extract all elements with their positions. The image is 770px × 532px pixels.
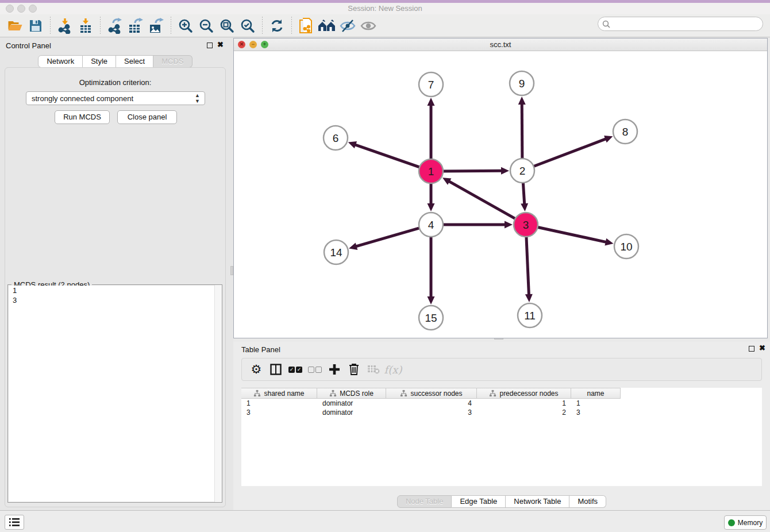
- graph-edge[interactable]: [523, 182, 525, 205]
- apply-layout-icon[interactable]: [267, 16, 287, 36]
- clone-network-icon[interactable]: [296, 16, 317, 36]
- import-network-icon[interactable]: [55, 16, 75, 36]
- select-all-columns-icon[interactable]: ✓✓: [286, 361, 305, 378]
- export-network-icon[interactable]: [105, 16, 125, 36]
- column-header-predecessor-nodes[interactable]: predecessor nodes: [477, 388, 571, 398]
- zoom-in-icon[interactable]: [175, 16, 196, 36]
- tab-network[interactable]: Network: [38, 55, 83, 68]
- close-table-panel-icon[interactable]: ✖: [759, 344, 765, 353]
- graph-edge[interactable]: [448, 181, 516, 219]
- first-neighbors-icon[interactable]: [317, 16, 337, 36]
- zoom-window-button[interactable]: [29, 5, 37, 13]
- minimize-window-button[interactable]: [17, 5, 25, 13]
- node-table-header: shared name MCDS role successor nodes pr…: [241, 388, 621, 399]
- toolbar-separator: [291, 17, 292, 35]
- table-cell[interactable]: 1: [477, 399, 571, 408]
- memory-label: Memory: [738, 519, 763, 527]
- optimization-criterion-label: Optimization criterion:: [5, 78, 225, 87]
- criterion-select[interactable]: strongly connected component ▲▼: [26, 91, 205, 105]
- table-cell[interactable]: 3: [241, 408, 317, 417]
- hide-selected-eye-slash-icon[interactable]: [337, 16, 358, 36]
- float-table-panel-icon[interactable]: [749, 346, 754, 352]
- tab-node-table[interactable]: Node Table: [397, 495, 452, 508]
- main-toolbar: [0, 14, 770, 37]
- table-cell[interactable]: 3: [571, 408, 621, 417]
- tab-network-table[interactable]: Network Table: [506, 495, 569, 508]
- column-header-mcds-role[interactable]: MCDS role: [317, 388, 386, 398]
- table-cell[interactable]: 2: [477, 408, 571, 417]
- save-session-icon[interactable]: [25, 16, 46, 36]
- table-panel-tabs: Node Table Edge Table Network Table Moti…: [233, 495, 770, 508]
- graph-node-label: 9: [519, 78, 525, 90]
- zoom-selected-icon[interactable]: [237, 16, 258, 36]
- run-mcds-button[interactable]: Run MCDS: [55, 110, 110, 124]
- task-list-icon: [9, 518, 20, 527]
- table-row[interactable]: 1dominator411: [241, 399, 621, 408]
- toolbar-separator: [50, 17, 51, 35]
- column-type-icon: [253, 390, 261, 397]
- graph-node-label: 7: [428, 79, 434, 91]
- network-maximize-icon[interactable]: +: [261, 41, 268, 48]
- graph-edge[interactable]: [522, 103, 522, 160]
- network-window-titlebar[interactable]: ✕ − + scc.txt: [234, 38, 767, 51]
- tab-motifs[interactable]: Motifs: [569, 495, 606, 508]
- close-panel-button[interactable]: Close panel: [117, 110, 177, 124]
- close-panel-icon[interactable]: ✖: [217, 40, 224, 49]
- graph-edge[interactable]: [526, 236, 529, 295]
- table-cell[interactable]: 4: [386, 399, 477, 408]
- network-canvas[interactable]: 7968124314101511: [234, 51, 767, 338]
- table-cell[interactable]: 1: [241, 399, 317, 408]
- unselect-all-columns-icon[interactable]: [305, 361, 325, 378]
- table-options-gear-icon[interactable]: ⚙: [247, 361, 266, 378]
- network-minimize-icon[interactable]: −: [249, 41, 257, 48]
- graph-edge[interactable]: [533, 138, 607, 167]
- delete-table-icon: [364, 361, 383, 378]
- export-table-icon[interactable]: [125, 16, 146, 36]
- tab-select[interactable]: Select: [116, 55, 153, 68]
- table-cell[interactable]: 1: [571, 399, 621, 408]
- memory-button[interactable]: Memory: [724, 515, 767, 530]
- graph-edge-arrowhead: [349, 242, 357, 249]
- table-row[interactable]: 3dominator323: [241, 408, 621, 417]
- table-cell[interactable]: dominator: [317, 399, 386, 408]
- graph-node-label: 14: [330, 246, 342, 259]
- tab-mcds[interactable]: MCDS: [153, 55, 192, 68]
- graph-edge[interactable]: [355, 145, 421, 168]
- status-bar: Memory: [0, 510, 770, 532]
- close-window-button[interactable]: [6, 5, 14, 13]
- control-panel-tabs: Network Style Select MCDS: [0, 55, 230, 68]
- zoom-out-icon[interactable]: [196, 16, 217, 36]
- graph-node-label: 6: [333, 132, 339, 144]
- graph-edge[interactable]: [537, 227, 607, 242]
- graph-edge-arrowhead: [505, 221, 513, 229]
- search-field[interactable]: [598, 17, 763, 31]
- table-cell[interactable]: 3: [386, 408, 477, 417]
- tab-style[interactable]: Style: [83, 55, 116, 68]
- mcds-pane: Optimization criterion: strongly connect…: [5, 67, 226, 507]
- create-column-icon[interactable]: [325, 361, 344, 378]
- delete-columns-trash-icon[interactable]: [344, 361, 364, 378]
- graph-edge-arrowhead: [428, 98, 435, 106]
- export-image-icon[interactable]: [146, 16, 167, 36]
- column-panel-icon[interactable]: [266, 361, 286, 378]
- graph-edge[interactable]: [356, 228, 421, 246]
- table-cell[interactable]: dominator: [317, 408, 386, 417]
- column-header-name[interactable]: name: [571, 388, 621, 398]
- node-table: shared name MCDS role successor nodes pr…: [241, 388, 762, 486]
- import-table-icon[interactable]: [75, 16, 96, 36]
- column-header-successor-nodes[interactable]: successor nodes: [386, 388, 477, 398]
- zoom-fit-icon[interactable]: [217, 16, 237, 36]
- result-scrollbar[interactable]: [214, 285, 222, 502]
- column-header-shared-name[interactable]: shared name: [241, 388, 317, 398]
- node-table-body[interactable]: 1dominator4113dominator323: [241, 399, 762, 417]
- float-panel-icon[interactable]: [207, 43, 213, 48]
- graph-edge[interactable]: [442, 171, 502, 171]
- search-input[interactable]: [613, 20, 763, 28]
- network-close-icon[interactable]: ✕: [238, 41, 245, 48]
- task-history-button[interactable]: [5, 515, 24, 530]
- column-type-icon: [329, 390, 337, 397]
- open-file-icon[interactable]: [5, 16, 25, 36]
- tab-edge-table[interactable]: Edge Table: [452, 495, 506, 508]
- graph-node-label: 2: [519, 165, 526, 177]
- mcds-result-text[interactable]: 13: [9, 286, 221, 502]
